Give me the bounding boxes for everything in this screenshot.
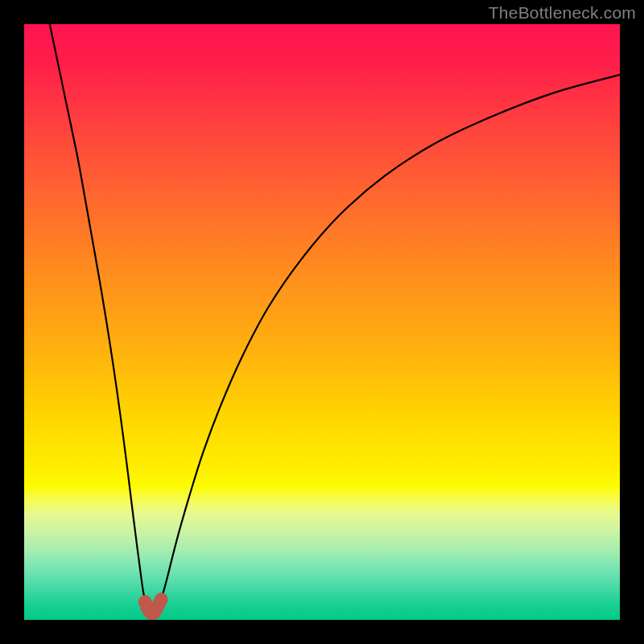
chart-root: TheBottleneck.com [0, 0, 644, 644]
curve-group [50, 24, 620, 614]
curve-svg [24, 24, 620, 620]
cusp-markers [138, 592, 168, 620]
curve-left [50, 24, 152, 614]
cusp-marker [155, 592, 168, 606]
plot-area [24, 24, 620, 620]
curve-right [151, 75, 620, 614]
watermark-text: TheBottleneck.com [489, 3, 636, 23]
